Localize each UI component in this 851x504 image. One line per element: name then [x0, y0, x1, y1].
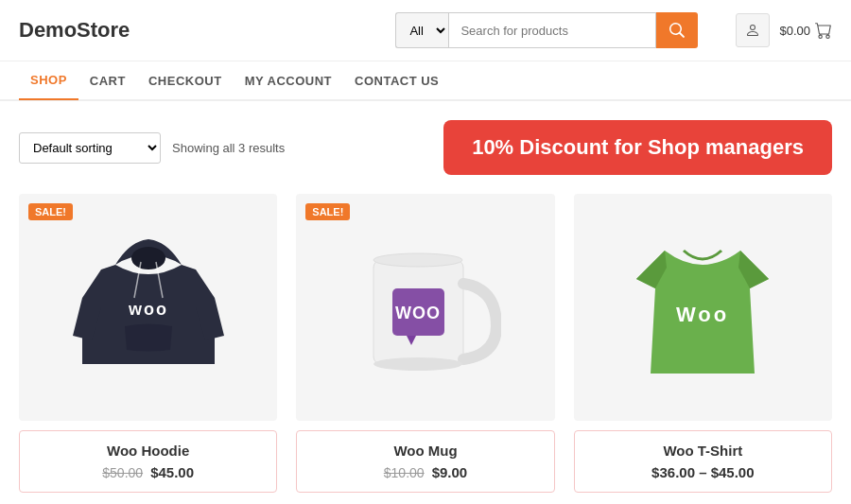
svg-text:woo: woo — [128, 300, 168, 319]
nav-item-shop[interactable]: SHOP — [19, 61, 78, 100]
user-icon — [745, 23, 760, 38]
user-account-button[interactable] — [736, 13, 770, 47]
sale-badge-mug: SALE! — [305, 203, 350, 220]
site-logo[interactable]: DemoStore — [19, 18, 130, 43]
tshirt-image: Woo — [617, 213, 788, 402]
search-category-select[interactable]: All — [395, 12, 448, 48]
sale-badge-hoodie: SALE! — [28, 203, 73, 220]
product-name-hoodie: Woo Hoodie — [31, 443, 265, 459]
header: DemoStore All $0.00 — [0, 0, 851, 61]
svg-text:WOO: WOO — [395, 304, 441, 322]
product-card-tshirt[interactable]: Woo Woo T-Shirt $36.00 – $45.00 — [574, 194, 832, 493]
svg-point-0 — [131, 247, 165, 269]
product-info-tshirt: Woo T-Shirt $36.00 – $45.00 — [574, 430, 832, 493]
svg-point-8 — [373, 253, 462, 267]
discount-banner: 10% Discount for Shop managers — [443, 120, 832, 175]
cart-icon — [815, 22, 832, 39]
cart-amount: $0.00 — [779, 24, 810, 38]
product-prices-tshirt: $36.00 – $45.00 — [586, 464, 820, 480]
product-info-hoodie: Woo Hoodie $50.00 $45.00 — [19, 430, 277, 493]
svg-text:Woo: Woo — [676, 303, 729, 326]
price-new-mug: $9.00 — [432, 464, 468, 480]
product-grid: SALE! woo — [19, 194, 832, 493]
product-image-wrap-hoodie: SALE! woo — [19, 194, 277, 421]
price-new-hoodie: $45.00 — [150, 464, 194, 480]
svg-point-9 — [373, 357, 462, 371]
product-image-wrap-tshirt: Woo — [574, 194, 832, 421]
price-old-mug: $10.00 — [384, 465, 425, 480]
search-button[interactable] — [656, 12, 698, 48]
search-bar: All — [395, 12, 698, 48]
main-nav: SHOP CART CHECKOUT MY ACCOUNT CONTACT US — [0, 61, 851, 101]
product-card-mug[interactable]: SALE! WOO — [296, 194, 554, 493]
nav-item-checkout[interactable]: CHECKOUT — [137, 62, 234, 99]
product-card-hoodie[interactable]: SALE! woo — [19, 194, 277, 493]
product-image-wrap-mug: SALE! WOO — [296, 194, 554, 421]
product-name-tshirt: Woo T-Shirt — [586, 443, 820, 459]
product-name-mug: Woo Mug — [308, 443, 542, 459]
nav-item-contact[interactable]: CONTACT US — [343, 62, 450, 99]
price-old-hoodie: $50.00 — [102, 465, 143, 480]
results-text: Showing all 3 results — [172, 141, 285, 155]
search-icon — [669, 23, 685, 38]
mug-image: WOO — [350, 222, 501, 392]
header-right: $0.00 — [736, 13, 832, 47]
price-range-tshirt: $36.00 – $45.00 — [651, 464, 754, 480]
toolbar-left: Default sorting Showing all 3 results — [19, 132, 285, 164]
search-input[interactable] — [448, 12, 656, 48]
hoodie-image: woo — [73, 213, 224, 402]
nav-item-cart[interactable]: CART — [78, 62, 137, 99]
product-prices-mug: $10.00 $9.00 — [308, 464, 542, 480]
product-info-mug: Woo Mug $10.00 $9.00 — [296, 430, 554, 493]
main-content: Default sorting Showing all 3 results 10… — [0, 101, 851, 504]
product-prices-hoodie: $50.00 $45.00 — [31, 464, 265, 480]
cart-total[interactable]: $0.00 — [779, 22, 832, 39]
toolbar: Default sorting Showing all 3 results 10… — [19, 120, 832, 175]
nav-item-myaccount[interactable]: MY ACCOUNT — [234, 62, 343, 99]
sort-select[interactable]: Default sorting — [19, 132, 161, 164]
